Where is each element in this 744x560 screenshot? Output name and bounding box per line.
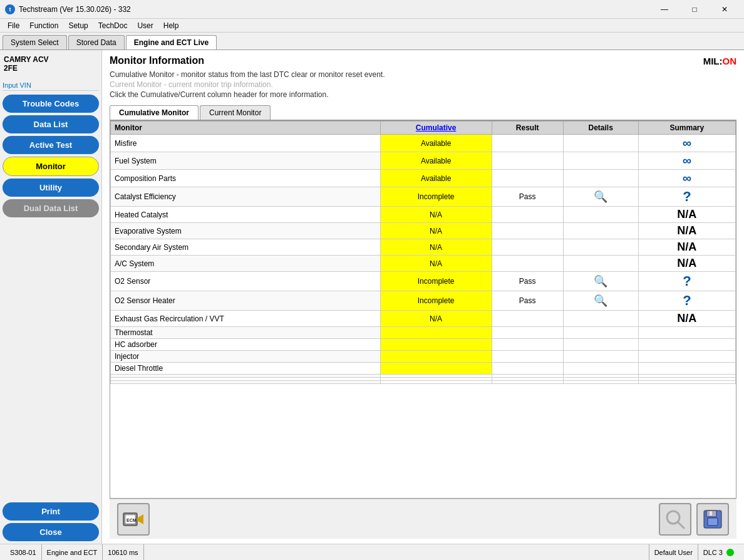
ecm-icon-button[interactable]: ECM bbox=[117, 503, 150, 536]
cumulative-cell: N/A bbox=[380, 311, 492, 327]
status-dot bbox=[726, 549, 734, 556]
details-cell bbox=[563, 327, 638, 339]
status-dlc: DLC 3 bbox=[698, 544, 739, 560]
monitor-button[interactable]: Monitor bbox=[3, 157, 99, 176]
col-details: Details bbox=[563, 122, 638, 135]
summary-cell bbox=[638, 351, 735, 363]
details-cell[interactable]: 🔍 bbox=[563, 272, 638, 291]
cumulative-cell: Incomplete bbox=[380, 272, 492, 291]
monitor-name-cell: O2 Sensor Heater bbox=[111, 291, 381, 311]
result-cell bbox=[492, 256, 563, 272]
summary-cell bbox=[638, 327, 735, 339]
details-cell bbox=[563, 223, 638, 239]
details-cell[interactable]: 🔍 bbox=[563, 187, 638, 207]
vin-label: Input VIN bbox=[3, 80, 99, 91]
info-line1: Cumulative Monitor - monitor status from… bbox=[110, 70, 736, 79]
tab-stored-data[interactable]: Stored Data bbox=[68, 35, 125, 49]
table-row: Exhaust Gas Recirculation / VVTN/AN/A bbox=[111, 311, 736, 327]
svg-marker-3 bbox=[137, 514, 143, 524]
menu-file[interactable]: File bbox=[3, 20, 24, 31]
menu-user[interactable]: User bbox=[132, 20, 158, 31]
tab-system-select[interactable]: System Select bbox=[3, 35, 67, 49]
result-cell bbox=[492, 239, 563, 256]
table-row: Catalyst EfficiencyIncompletePass🔍? bbox=[111, 187, 736, 207]
status-section: S308-01 bbox=[5, 544, 42, 560]
sub-tab-current[interactable]: Current Monitor bbox=[200, 105, 271, 120]
table-row: Diesel Throttle bbox=[111, 363, 736, 375]
mil-status: MIL:ON bbox=[703, 56, 736, 66]
details-cell bbox=[563, 381, 638, 384]
status-user-text: Default User bbox=[654, 549, 693, 556]
details-cell bbox=[563, 351, 638, 363]
result-cell: Pass bbox=[492, 187, 563, 207]
minimize-button[interactable]: — bbox=[650, 1, 679, 18]
sidebar: CAMRY ACV 2FE Input VIN Trouble Codes Da… bbox=[0, 50, 102, 544]
sub-tab-cumulative[interactable]: Cumulative Monitor bbox=[110, 105, 199, 120]
details-cell bbox=[563, 135, 638, 152]
save-toolbar-button[interactable] bbox=[696, 503, 729, 536]
result-cell bbox=[492, 170, 563, 187]
search-toolbar-button[interactable] bbox=[659, 503, 691, 536]
details-cell bbox=[563, 311, 638, 327]
result-cell bbox=[492, 339, 563, 351]
table-row: Fuel SystemAvailable∞ bbox=[111, 152, 736, 170]
result-cell: Pass bbox=[492, 272, 563, 291]
info-line2: Current Monitor - current monitor trip i… bbox=[110, 80, 736, 89]
bottom-toolbar: ECM bbox=[110, 499, 736, 539]
utility-button[interactable]: Utility bbox=[3, 179, 99, 197]
mil-label: MIL: bbox=[703, 56, 723, 66]
active-test-button[interactable]: Active Test bbox=[3, 136, 99, 154]
monitor-name-cell: Secondary Air System bbox=[111, 239, 381, 256]
cumulative-cell: Available bbox=[380, 135, 492, 152]
col-monitor: Monitor bbox=[111, 122, 381, 135]
mil-value: ON bbox=[723, 56, 737, 66]
table-row: HC adsorber bbox=[111, 339, 736, 351]
menu-function[interactable]: Function bbox=[24, 20, 63, 31]
monitor-name-cell: Injector bbox=[111, 351, 381, 363]
details-cell bbox=[563, 256, 638, 272]
monitor-name-cell bbox=[111, 381, 381, 384]
summary-cell bbox=[638, 363, 735, 375]
trouble-codes-button[interactable]: Trouble Codes bbox=[3, 95, 99, 113]
result-cell bbox=[492, 327, 563, 339]
menu-setup[interactable]: Setup bbox=[63, 20, 93, 31]
summary-cell: N/A bbox=[638, 223, 735, 239]
table-row: A/C SystemN/AN/A bbox=[111, 256, 736, 272]
menu-help[interactable]: Help bbox=[158, 20, 184, 31]
print-button[interactable]: Print bbox=[3, 502, 99, 521]
dual-data-list-button[interactable]: Dual Data List bbox=[3, 199, 99, 217]
table-row: Evaporative SystemN/AN/A bbox=[111, 223, 736, 239]
summary-cell: ? bbox=[638, 272, 735, 291]
col-cumulative[interactable]: Cumulative bbox=[380, 122, 492, 135]
summary-cell: ∞ bbox=[638, 135, 735, 152]
table-row: MisfireAvailable∞ bbox=[111, 135, 736, 152]
cumulative-cell: N/A bbox=[380, 223, 492, 239]
status-subsystem: Engine and ECT bbox=[42, 544, 103, 560]
summary-cell: N/A bbox=[638, 256, 735, 272]
svg-rect-9 bbox=[710, 511, 712, 516]
info-line3: Click the Cumulative/Current column head… bbox=[110, 90, 736, 99]
close-button[interactable]: ✕ bbox=[710, 1, 739, 18]
cumulative-cell: Available bbox=[380, 152, 492, 170]
cumulative-cell: Available bbox=[380, 170, 492, 187]
monitor-name-cell: Misfire bbox=[111, 135, 381, 152]
result-cell bbox=[492, 223, 563, 239]
close-sidebar-button[interactable]: Close bbox=[3, 523, 99, 541]
menu-techdoc[interactable]: TechDoc bbox=[93, 20, 133, 31]
sub-tab-bar: Cumulative Monitor Current Monitor bbox=[110, 105, 736, 120]
table-row: Heated CatalystN/AN/A bbox=[111, 207, 736, 223]
status-bar: S308-01 Engine and ECT 10610 ms Default … bbox=[0, 544, 744, 560]
tab-engine-ect-live[interactable]: Engine and ECT Live bbox=[126, 35, 217, 49]
details-cell[interactable]: 🔍 bbox=[563, 291, 638, 311]
data-list-button[interactable]: Data List bbox=[3, 115, 99, 133]
result-cell: Pass bbox=[492, 291, 563, 311]
vehicle-line1: CAMRY ACV bbox=[4, 55, 98, 64]
summary-cell: ? bbox=[638, 291, 735, 311]
summary-cell: N/A bbox=[638, 207, 735, 223]
table-row: Secondary Air SystemN/AN/A bbox=[111, 239, 736, 256]
table-row: Thermostat bbox=[111, 327, 736, 339]
svg-rect-8 bbox=[708, 518, 718, 526]
monitor-name-cell: HC adsorber bbox=[111, 339, 381, 351]
summary-cell: ∞ bbox=[638, 152, 735, 170]
maximize-button[interactable]: □ bbox=[680, 1, 709, 18]
